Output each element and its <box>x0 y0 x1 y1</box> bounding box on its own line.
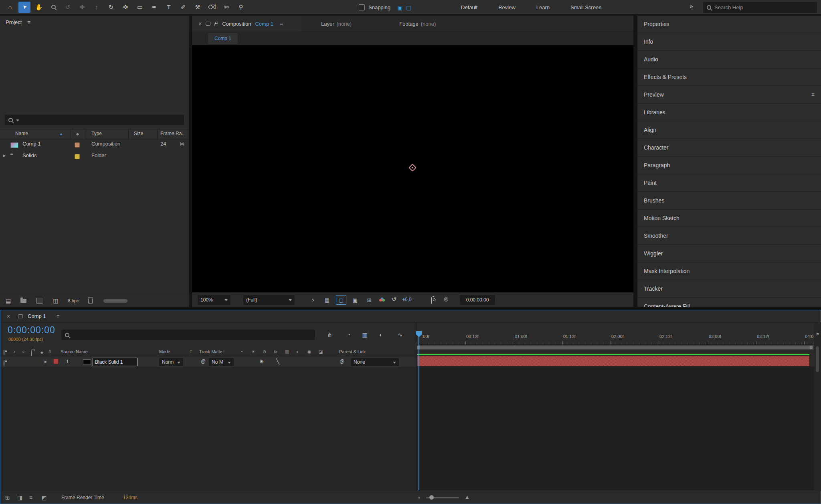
current-time-display[interactable]: 0:00:00:00 <box>8 325 55 336</box>
column-source-name[interactable]: Source Name <box>61 349 87 354</box>
work-area-bar[interactable] <box>417 346 813 349</box>
panel-menu-icon[interactable]: ≡ <box>57 313 60 319</box>
type-tool[interactable]: T <box>163 2 175 13</box>
panel-item-libraries[interactable]: Libraries <box>637 104 821 121</box>
panel-item-preview[interactable]: Preview≡ <box>637 86 821 103</box>
expand-inout-icon[interactable]: ≡ <box>29 494 32 501</box>
footage-tab[interactable]: Footage (none) <box>399 16 436 32</box>
lock-icon[interactable] <box>214 23 218 26</box>
panel-menu-icon[interactable]: ≡ <box>811 91 815 98</box>
orbit-camera-tool[interactable]: ↺ <box>62 2 74 13</box>
time-ruler[interactable]: :00f 00:12f 01:00f 01:12f 02:00f 02:12f … <box>417 331 814 345</box>
hide-shy-layers-icon[interactable]: ◔ <box>344 330 354 340</box>
label-color-swatch[interactable] <box>75 142 80 148</box>
fast-previews-icon[interactable]: ⚡ <box>308 295 318 305</box>
parent-pickwhip-icon[interactable]: @ <box>340 358 344 364</box>
show-snapshot-icon[interactable]: ◎ <box>444 296 448 302</box>
close-icon[interactable]: × <box>198 20 202 27</box>
panel-item-wiggler[interactable]: Wiggler <box>637 245 821 262</box>
rectangle-tool[interactable]: ▭ <box>134 2 146 13</box>
project-row-solids[interactable]: ▸ Solids Folder <box>0 151 189 162</box>
project-settings-icon[interactable]: ◫ <box>53 298 58 304</box>
resolution-dropdown[interactable]: (Full) <box>243 295 295 305</box>
project-tab-title[interactable]: Project <box>6 19 22 25</box>
panel-item-smoother[interactable]: Smoother <box>637 227 821 244</box>
panel-item-audio[interactable]: Audio <box>637 51 821 68</box>
snap-features-icon[interactable]: ▣ <box>397 4 402 11</box>
home-button[interactable]: ⌂ <box>4 2 16 13</box>
panel-item-properties[interactable]: Properties <box>637 16 821 32</box>
viewer-timecode-box[interactable]: 0:00:00:00 <box>460 295 495 305</box>
puppet-pin-tool[interactable]: ⚲ <box>235 2 247 13</box>
comp-breadcrumb-tab[interactable]: Comp 1 <box>208 33 238 44</box>
new-composition-icon[interactable] <box>36 298 43 304</box>
workspace-learn[interactable]: Learn <box>536 4 550 10</box>
pen-tool[interactable]: ✒ <box>148 2 160 13</box>
region-of-interest-icon[interactable]: ▣ <box>350 295 360 305</box>
layer-quality-switch-icon[interactable]: ╲ <box>276 358 279 364</box>
zoom-in-mountain-icon[interactable]: ▲ <box>465 494 470 500</box>
layer-name-box[interactable]: Black Solid 1 <box>93 358 138 366</box>
clone-stamp-tool[interactable]: ⚒ <box>192 2 204 13</box>
layer-anchor-switch-icon[interactable]: ⊕ <box>259 358 264 364</box>
layer-label-color-swatch[interactable] <box>53 359 59 364</box>
project-search-field[interactable] <box>5 115 184 125</box>
rotation-tool[interactable]: ↻ <box>105 2 117 13</box>
column-parent-link[interactable]: Parent & Link <box>339 349 366 354</box>
project-flowchart-icon[interactable]: ▤ <box>6 298 11 304</box>
panel-item-brushes[interactable]: Brushes <box>637 192 821 209</box>
sort-ascending-icon[interactable]: ▲ <box>59 132 63 136</box>
composition-tab[interactable]: × Composition Comp 1 ≡ <box>192 16 301 32</box>
column-track-matte[interactable]: Track Matte <box>199 349 222 354</box>
color-depth-indicator[interactable]: 8 bpc <box>68 298 79 303</box>
snapping-checkbox[interactable] <box>359 4 365 10</box>
column-number[interactable]: # <box>49 349 51 354</box>
label-column-icon[interactable]: ◆ <box>76 132 79 136</box>
layer-disclosure-icon[interactable]: ▸ <box>44 358 47 364</box>
timeline-track-empty-area[interactable] <box>417 366 814 490</box>
panel-item-effects-presets[interactable]: Effects & Presets <box>637 69 821 85</box>
magnification-dropdown[interactable]: 100% <box>198 295 231 305</box>
graph-editor-icon[interactable]: ∿ <box>395 330 405 340</box>
expand-switches-icon[interactable]: ⊞ <box>5 494 10 501</box>
layer-duration-bar[interactable] <box>417 356 809 366</box>
exposure-value[interactable]: +0,0 <box>402 297 412 302</box>
panel-item-info[interactable]: Info <box>637 33 821 50</box>
vertical-scrollbar-thumb[interactable] <box>816 346 819 372</box>
parent-dropdown[interactable]: None <box>351 358 399 366</box>
zoom-tool[interactable] <box>47 2 59 13</box>
frame-blending-icon[interactable]: ▥ <box>360 330 370 340</box>
layer-visibility-eye-icon[interactable] <box>4 360 4 366</box>
roto-brush-tool[interactable]: ✄ <box>220 2 233 13</box>
panel-menu-icon[interactable]: ≡ <box>280 21 283 27</box>
column-size[interactable]: Size <box>134 131 143 136</box>
snapshot-camera-icon[interactable] <box>431 297 432 304</box>
column-name[interactable]: Name <box>15 131 28 136</box>
column-preserve-transparency[interactable]: T <box>190 349 192 354</box>
close-icon[interactable]: × <box>7 313 10 320</box>
horizontal-scrollbar-thumb[interactable] <box>103 299 127 303</box>
label-color-swatch[interactable] <box>75 154 80 159</box>
dolly-camera-tool[interactable]: ↕ <box>91 2 103 13</box>
blend-mode-dropdown[interactable]: Norm <box>159 358 183 366</box>
pan-camera-tool[interactable]: ✚ <box>76 2 88 13</box>
snap-beyond-edges-icon[interactable]: ▢ <box>406 4 411 11</box>
panel-item-paragraph[interactable]: Paragraph <box>637 157 821 174</box>
project-panel-menu-icon[interactable]: ≡ <box>27 19 30 25</box>
panel-item-character[interactable]: Character <box>637 139 821 156</box>
timeline-zoom-slider-knob[interactable] <box>429 495 434 500</box>
pan-behind-tool[interactable]: ✜ <box>119 2 131 13</box>
layer-row[interactable]: ▸ 1 Black Solid 1 Norm @ No M ⊕ ╲ @ None <box>0 357 416 367</box>
zoom-out-mountain-icon[interactable]: ▴ <box>418 495 420 499</box>
timeline-tab-title[interactable]: Comp 1 <box>28 313 46 319</box>
hand-tool[interactable]: ✋ <box>33 2 45 13</box>
comp-marker-bin-icon[interactable]: ⚑ <box>816 332 819 336</box>
workspace-review[interactable]: Review <box>498 4 516 10</box>
transparency-grid-icon[interactable]: ▦ <box>322 295 332 305</box>
disclosure-triangle-icon[interactable]: ▸ <box>3 152 6 158</box>
anchor-point-indicator[interactable] <box>410 165 415 170</box>
brush-tool[interactable]: ✐ <box>177 2 189 13</box>
expand-transfer-controls-icon[interactable]: ◨ <box>17 494 22 501</box>
mask-visibility-icon[interactable]: ▢ <box>336 295 346 305</box>
column-mode[interactable]: Mode <box>159 349 170 354</box>
